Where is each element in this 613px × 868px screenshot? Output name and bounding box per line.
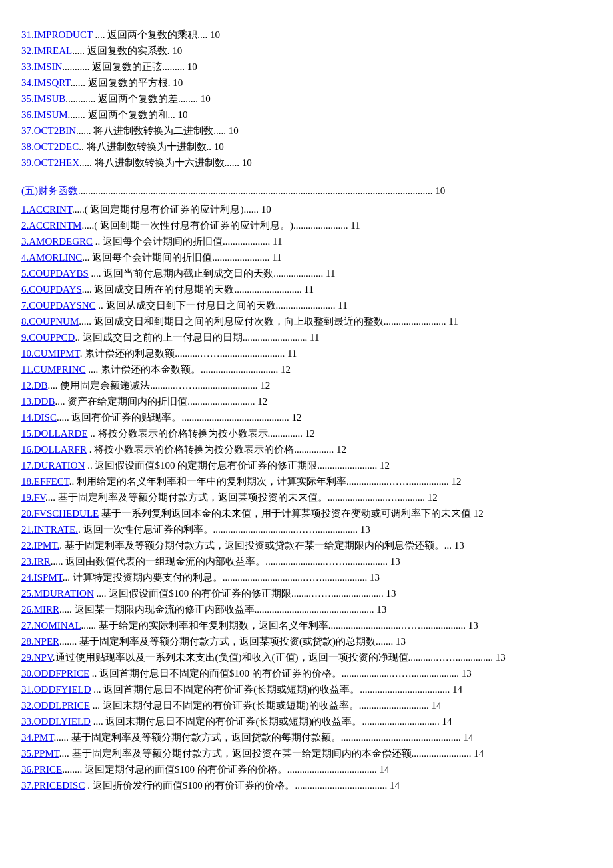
toc-entry-link[interactable]: 11.CUMPRINC	[21, 364, 86, 375]
toc-entry-desc: ... 计算特定投资期内要支付的利息。.....................…	[63, 572, 380, 583]
toc-entry-link[interactable]: 7.COUPDAYSNC	[21, 300, 96, 311]
toc-entry-desc: .... 基于固定利率及等额分期付款方式，返回投资在某一给定期间内的本金偿还额.…	[59, 748, 484, 759]
toc-entry-link[interactable]: 8.COUPNUM	[21, 316, 79, 327]
toc-entry-desc: ..... 返回复数的实系数. 10	[72, 45, 182, 56]
toc-entry-link[interactable]: 34.PMT	[21, 732, 53, 743]
toc-entry-link[interactable]: 35.PPMT	[21, 748, 59, 759]
toc-entry-desc: ..... 返回成交日和到期日之间的利息应付次数，向上取整到最近的整数.....…	[79, 316, 458, 327]
toc-entry: 36.PRICE........ 返回定期付息的面值$100 的有价证券的价格。…	[21, 761, 592, 777]
toc-entry-link[interactable]: 9.COUPPCD	[21, 332, 75, 343]
toc-entry: 34.IMSQRT...... 返回复数的平方根. 10	[21, 75, 592, 91]
toc-entry-link[interactable]: 36.IMSUM	[21, 109, 68, 120]
toc-entry-desc: ...... 将八进制数转换为二进制数..... 10	[76, 125, 239, 136]
toc-entry-desc: ...... 基于给定的实际利率和年复利期数，返回名义年利率..........…	[81, 620, 478, 631]
toc-entry-link[interactable]: 33.ODDLYIELD	[21, 716, 91, 727]
toc-entry-desc: .... 返回当前付息期内截止到成交日的天数..................…	[89, 268, 336, 279]
toc-entry-link[interactable]: 5.COUPDAYBS	[21, 268, 89, 279]
toc-entry-link[interactable]: 37.OCT2BIN	[21, 125, 76, 136]
toc-entry-desc: ..... 将八进制数转换为十六进制数...... 10	[79, 157, 252, 168]
toc-entry-link[interactable]: 32.ODDLPRICE	[21, 700, 90, 711]
toc-entry: 27.NOMINAL...... 基于给定的实际利率和年复利期数，返回名义年利率…	[21, 617, 592, 633]
toc-entry-link[interactable]: 18.EFFECT	[21, 476, 69, 487]
toc-entry-desc: ..... 返回由数值代表的一组现金流的内部收益率。..............…	[51, 556, 400, 567]
toc-entry-link[interactable]: 21.INTRATE.	[21, 524, 78, 535]
toc-entry-link[interactable]: 31.IMPRODUCT	[21, 29, 93, 40]
toc-entry: 19.FV.... 基于固定利率及等额分期付款方式，返回某项投资的未来值。...…	[21, 489, 592, 505]
toc-entry-link[interactable]: 24.ISPMT	[21, 572, 63, 583]
toc-entry: 32.IMREAL..... 返回复数的实系数. 10	[21, 43, 592, 59]
toc-entry-desc: .. 返回每个会计期间的折旧值................... 11	[93, 236, 282, 247]
toc-entry-link[interactable]: 23.IRR	[21, 556, 51, 567]
toc-entry: 37.PRICEDISC . 返回折价发行的面值$100 的有价证券的价格。..…	[21, 777, 592, 793]
toc-entry-link[interactable]: 36.PRICE	[21, 764, 62, 775]
toc-entry-link[interactable]: 29.NPV	[21, 652, 53, 663]
toc-section-finance: (五)财务函数.................................…	[21, 183, 592, 199]
toc-entry: 8.COUPNUM..... 返回成交日和到期日之间的利息应付次数，向上取整到最…	[21, 313, 592, 329]
toc-entry-link[interactable]: 32.IMREAL	[21, 45, 72, 56]
toc-entry-link[interactable]: 4.AMORLINC	[21, 252, 82, 263]
toc-entry: 30.ODDFPRICE .. 返回首期付息日不固定的面值$100 的有价证券的…	[21, 665, 592, 681]
toc-entry-link[interactable]: 39.OCT2HEX	[21, 157, 79, 168]
toc-entry-link[interactable]: 31.ODDFYIELD	[21, 684, 91, 695]
toc-entry-link[interactable]: 26.MIRR	[21, 604, 59, 615]
toc-entry-link[interactable]: 34.IMSQRT	[21, 77, 70, 88]
toc-entry-desc: . 累计偿还的利息数额..........…….................…	[80, 348, 297, 359]
toc-entry-link[interactable]: 14.DISC	[21, 412, 57, 423]
toc-entry-desc: .. 返回假设面值$100 的定期付息有价证券的修正期限............…	[85, 460, 390, 471]
toc-entry: 38.OCT2DEC.. 将八进制数转换为十进制数.. 10	[21, 139, 592, 155]
toc-entry-link[interactable]: 1.ACCRINT	[21, 204, 72, 215]
toc-entry-link[interactable]: 37.PRICEDISC	[21, 780, 85, 791]
toc-entry-link[interactable]: 25.MDURATION	[21, 588, 94, 599]
toc-entry: 26.MIRR..... 返回某一期限内现金流的修正内部收益率.........…	[21, 601, 592, 617]
toc-entry-desc: ...... 基于固定利率及等额分期付款方式，返回贷款的每期付款额。......…	[53, 732, 473, 743]
toc-entry: 24.ISPMT... 计算特定投资期内要支付的利息。.............…	[21, 569, 592, 585]
toc-entry-link[interactable]: 2.ACCRINTM	[21, 220, 81, 231]
toc-entry-link[interactable]: 27.NOMINAL	[21, 620, 81, 631]
toc-entry-link[interactable]: 28.NPER	[21, 636, 59, 647]
toc-entry: 20.FVSCHEDULE 基于一系列复利返回本金的未来值，用于计算某项投资在变…	[21, 505, 592, 521]
toc-entry-desc: .... 使用固定余额递减法..........……..............…	[48, 380, 271, 391]
toc-entry: 33.ODDLYIELD .... 返回末期付息日不固定的有价证券(长期或短期)…	[21, 713, 592, 729]
toc-entry-link[interactable]: 16.DOLLARFR	[21, 444, 87, 455]
toc-entry-link[interactable]: 15.DOLLARDE	[21, 428, 88, 439]
toc-entry-link[interactable]: 6.COUPDAYS	[21, 284, 82, 295]
toc-entry-link[interactable]: 33.IMSIN	[21, 61, 62, 72]
toc-entry: 17.DURATION .. 返回假设面值$100 的定期付息有价证券的修正期限…	[21, 457, 592, 473]
toc-entry-desc: ....... 返回两个复数的和... 10	[68, 109, 188, 120]
toc-entry-link[interactable]: 20.FVSCHEDULE	[21, 508, 99, 519]
toc-entry-desc: ... 返回首期付息日不固定的有价证券(长期或短期)的收益率。.........…	[91, 684, 463, 695]
toc-entry: 7.COUPDAYSNC .. 返回从成交日到下一付息日之间的天数.......…	[21, 297, 592, 313]
toc-entry: 18.EFFECT.. 利用给定的名义年利率和一年中的复利期次，计算实际年利率.…	[21, 473, 592, 489]
toc-entry-link[interactable]: 13.DDB	[21, 396, 55, 407]
toc-entry-link[interactable]: 35.IMSUB	[21, 93, 65, 104]
toc-entry: 1.ACCRINT.....( 返回定期付息有价证券的应计利息)...... 1…	[21, 201, 592, 217]
toc-entry: 31.IMPRODUCT .... 返回两个复数的乘积.... 10	[21, 27, 592, 43]
toc-entry: 15.DOLLARDE .. 将按分数表示的价格转换为按小数表示........…	[21, 425, 592, 441]
toc-entry: 23.IRR..... 返回由数值代表的一组现金流的内部收益率。........…	[21, 553, 592, 569]
toc-entry-link[interactable]: 38.OCT2DEC	[21, 141, 79, 152]
toc-entry: 37.OCT2BIN...... 将八进制数转换为二进制数..... 10	[21, 123, 592, 139]
toc-entry-desc: ............ 返回两个复数的差........ 10	[65, 93, 211, 104]
toc-entry-desc: .. 返回首期付息日不固定的面值$100 的有价证券的价格。..........…	[89, 668, 472, 679]
toc-entry: 28.NPER....... 基于固定利率及等额分期付款方式，返回某项投资(或贷…	[21, 633, 592, 649]
toc-entry-link[interactable]: 12.DB	[21, 380, 48, 391]
toc-entry: 36.IMSUM....... 返回两个复数的和... 10	[21, 107, 592, 123]
toc-entry-desc: .... 返回末期付息日不固定的有价证券(长期或短期)的收益率。........…	[91, 716, 452, 727]
toc-entry-link[interactable]: 22.IPMT.	[21, 540, 59, 551]
toc-entry-desc: .....( 返回定期付息有价证券的应计利息)...... 10	[72, 204, 271, 215]
toc-section-finance-link[interactable]: (五)财务函数.	[21, 185, 81, 196]
toc-entry-desc: ..... 返回某一期限内现金流的修正内部收益率................…	[59, 604, 386, 615]
toc-entry-desc: ....... 基于固定利率及等额分期付款方式，返回某项投资(或贷款)的总期数.…	[59, 636, 406, 647]
toc-entry: 39.OCT2HEX..... 将八进制数转换为十六进制数...... 10	[21, 155, 592, 171]
toc-entry-link[interactable]: 30.ODDFPRICE	[21, 668, 89, 679]
toc-entry-link[interactable]: 17.DURATION	[21, 460, 85, 471]
toc-group-engineering-cont: 31.IMPRODUCT .... 返回两个复数的乘积.... 1032.IMR…	[21, 27, 592, 171]
toc-entry-link[interactable]: 19.FV	[21, 492, 45, 503]
toc-entry-desc: ........... 返回复数的正弦......... 10	[62, 61, 197, 72]
toc-entry-desc: .... 资产在给定期间内的折旧值.......................…	[55, 396, 267, 407]
toc-entry: 33.IMSIN........... 返回复数的正弦......... 10	[21, 59, 592, 75]
toc-entry-desc: .通过使用贴现率以及一系列未来支出(负值)和收入(正值)，返回一项投资的净现值.…	[53, 652, 506, 663]
toc-entry-desc: .... 累计偿还的本金数额。.........................…	[86, 364, 291, 375]
toc-entry-link[interactable]: 10.CUMIPMT	[21, 348, 80, 359]
toc-entry-link[interactable]: 3.AMORDEGRC	[21, 236, 93, 247]
